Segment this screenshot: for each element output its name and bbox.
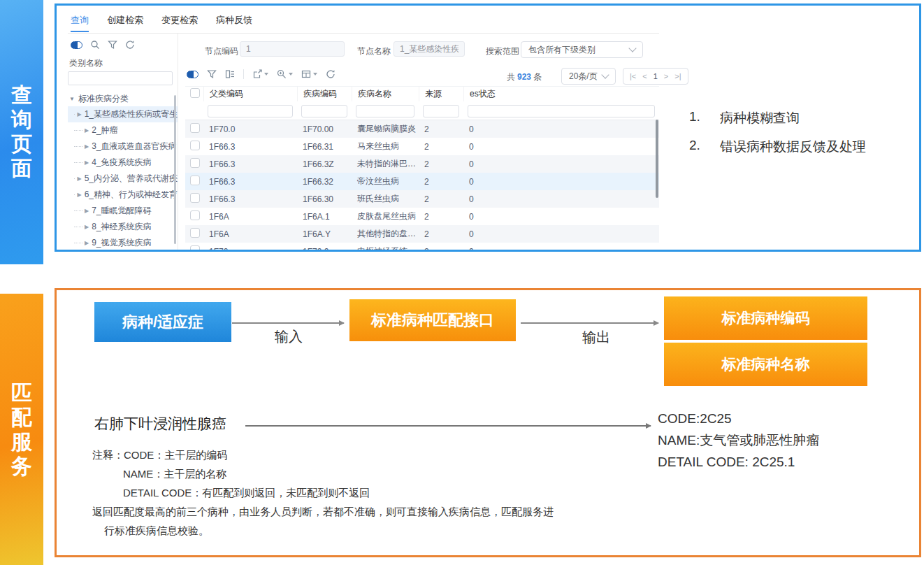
tree-item[interactable]: ▶ 6_精神、行为或神经发育 bbox=[68, 187, 178, 203]
tree-scrollbar[interactable] bbox=[174, 95, 176, 244]
table-row[interactable]: 1F6A 1F6A.1 皮肤盘尾丝虫病 2 0 bbox=[185, 208, 659, 225]
row-checkbox[interactable] bbox=[190, 210, 200, 220]
cell-parent-code: 1F66.3 bbox=[203, 177, 297, 187]
row-checkbox[interactable] bbox=[190, 193, 200, 203]
node-name-input[interactable] bbox=[394, 41, 465, 57]
chevron-right-icon[interactable]: ▶ bbox=[85, 159, 89, 166]
table-row[interactable]: 1F66.3 1F66.32 帝汶丝虫病 2 0 bbox=[185, 173, 659, 190]
table-column-header[interactable]: es状态 bbox=[463, 87, 659, 101]
match-section-bar: 匹配服务 bbox=[0, 294, 43, 565]
zoom-search-menu[interactable] bbox=[277, 69, 293, 79]
tree-item[interactable]: ▶ 4_免疫系统疾病 bbox=[68, 155, 178, 171]
cell-parent-code: 1F66.3 bbox=[203, 159, 297, 169]
tab[interactable]: 创建检索 bbox=[107, 14, 143, 32]
tree-item-label: 5_内分泌、营养或代谢疾 bbox=[85, 173, 178, 185]
toggle-icon[interactable] bbox=[187, 71, 198, 78]
cell-disease-code: 1F6A.Y bbox=[297, 229, 352, 239]
tree-item[interactable]: ▶ 9_视觉系统疾病 bbox=[68, 235, 178, 250]
tab[interactable]: 查询 bbox=[71, 14, 89, 32]
tree-item-label: 7_睡眠觉醒障碍 bbox=[92, 205, 151, 217]
tree-connector bbox=[74, 114, 75, 115]
current-page[interactable]: 1 bbox=[654, 72, 658, 80]
table-row[interactable]: 1F66.3 1F66.30 班氏丝虫病 2 0 bbox=[185, 190, 659, 208]
table-row[interactable]: 1F66.3 1F66.3Z 未特指的淋巴丝虫病 2 0 bbox=[185, 155, 659, 173]
chevron-right-icon[interactable]: ▶ bbox=[77, 111, 81, 117]
grid-view-menu[interactable] bbox=[301, 69, 317, 79]
tree-item[interactable]: ▶ 1_某些感染性疾病或寄生 bbox=[68, 106, 178, 122]
chevron-right-icon[interactable]: ▶ bbox=[85, 224, 89, 230]
tab[interactable]: 变更检索 bbox=[161, 14, 198, 32]
table-row[interactable]: 1F70.0 1F70.00 囊尾蚴病脑膜炎 2 0 bbox=[185, 120, 659, 138]
refresh-icon[interactable] bbox=[125, 40, 135, 50]
tree-root-label: 标准疾病分类 bbox=[78, 93, 129, 105]
first-page-icon[interactable]: |< bbox=[630, 72, 636, 80]
last-page-icon[interactable]: >| bbox=[674, 72, 681, 80]
export-menu[interactable] bbox=[252, 69, 268, 79]
chevron-right-icon[interactable]: ▶ bbox=[77, 192, 81, 198]
tree-item-label: 9_视觉系统疾病 bbox=[92, 237, 151, 249]
tree-item[interactable]: ▶ 5_内分泌、营养或代谢疾 bbox=[68, 171, 178, 187]
column-filter-cell bbox=[419, 104, 463, 117]
chevron-right-icon[interactable]: ▶ bbox=[85, 143, 89, 150]
table-column-header[interactable]: 疾病编码 bbox=[297, 87, 352, 101]
tab[interactable]: 病种反馈 bbox=[216, 14, 252, 32]
row-checkbox[interactable] bbox=[190, 245, 200, 250]
flow-source-box: 病种/适应症 bbox=[94, 302, 231, 342]
tree-item[interactable]: ▶ 2_肿瘤 bbox=[68, 122, 178, 138]
category-name-input[interactable] bbox=[68, 71, 173, 85]
column-header-label: 疾病编码 bbox=[303, 88, 337, 100]
table-row[interactable]: 1F6A 1F6A.Y 其他特指的盘尾丝... 2 0 bbox=[185, 225, 659, 243]
columns-icon[interactable] bbox=[225, 69, 235, 79]
tree-item[interactable]: ▶ 7_睡眠觉醒障碍 bbox=[68, 203, 178, 219]
row-checkbox[interactable] bbox=[190, 141, 200, 150]
cell-parent-code: 1F6A bbox=[203, 229, 297, 239]
cell-disease-name: 其他特指的盘尾丝... bbox=[352, 228, 419, 240]
cell-disease-code: 1F70.00 bbox=[297, 124, 352, 134]
next-page-icon[interactable]: > bbox=[664, 72, 668, 80]
table-column-header[interactable]: 疾病名称 bbox=[352, 87, 419, 101]
node-code-input[interactable] bbox=[240, 41, 345, 57]
column-filter-input[interactable] bbox=[208, 105, 293, 117]
caret-down-icon bbox=[289, 73, 293, 76]
row-checkbox[interactable] bbox=[190, 123, 200, 133]
tree-item[interactable]: ▶ 8_神经系统疾病 bbox=[68, 219, 178, 235]
table-filter-row bbox=[185, 101, 659, 120]
list-item: 1. 病种模糊查询 bbox=[689, 109, 866, 127]
annotation-line: 行标准疾病信息校验。 bbox=[92, 521, 554, 540]
column-filter-input[interactable] bbox=[301, 105, 347, 117]
table-row[interactable]: 1F66.3 1F66.31 马来丝虫病 2 0 bbox=[185, 138, 659, 155]
filter-icon[interactable] bbox=[108, 40, 117, 50]
chevron-right-icon[interactable]: ▶ bbox=[85, 127, 89, 134]
cell-source: 2 bbox=[419, 159, 463, 169]
column-filter-input[interactable] bbox=[468, 105, 655, 117]
row-checkbox[interactable] bbox=[190, 158, 200, 168]
chevron-right-icon[interactable]: ▶ bbox=[77, 176, 81, 182]
table-column-header[interactable]: 来源 bbox=[419, 87, 463, 101]
table-row[interactable]: 1F70 1F70.0 中枢神经系统囊尾... 2 0 bbox=[185, 243, 659, 250]
tree-root[interactable]: ▼ 标准疾病分类 bbox=[68, 91, 178, 106]
chevron-right-icon[interactable]: ▶ bbox=[85, 240, 89, 246]
prev-page-icon[interactable]: < bbox=[642, 72, 647, 80]
cell-disease-code: 1F66.3Z bbox=[297, 159, 352, 169]
toggle-icon[interactable] bbox=[71, 41, 82, 49]
table-column-header[interactable]: 父类编码 bbox=[203, 87, 297, 101]
search-scope-select[interactable]: 包含所有下级类别 bbox=[521, 41, 643, 58]
search-icon[interactable] bbox=[90, 40, 100, 50]
table-scrollbar[interactable] bbox=[656, 120, 658, 198]
cell-disease-code: 1F66.30 bbox=[297, 194, 352, 204]
column-filter-input[interactable] bbox=[356, 105, 414, 117]
page-size-select[interactable]: 20条/页 bbox=[561, 68, 616, 85]
output-arrow bbox=[521, 322, 658, 324]
filter-icon[interactable] bbox=[207, 69, 217, 79]
row-checkbox[interactable] bbox=[190, 228, 200, 238]
row-checkbox[interactable] bbox=[190, 176, 200, 185]
select-all-checkbox[interactable] bbox=[190, 88, 200, 98]
column-filter-input[interactable] bbox=[423, 105, 459, 117]
chevron-down-icon[interactable]: ▼ bbox=[69, 96, 75, 102]
chevron-right-icon[interactable]: ▶ bbox=[85, 208, 89, 214]
annotation-line: NAME：主干层的名称 bbox=[92, 464, 554, 483]
tree-item[interactable]: ▶ 3_血液或造血器官疾病 bbox=[68, 138, 178, 155]
flow-api-box: 标准病种匹配接口 bbox=[349, 299, 516, 341]
page-size-value: 20条/页 bbox=[569, 71, 598, 83]
refresh-icon[interactable] bbox=[326, 69, 335, 79]
